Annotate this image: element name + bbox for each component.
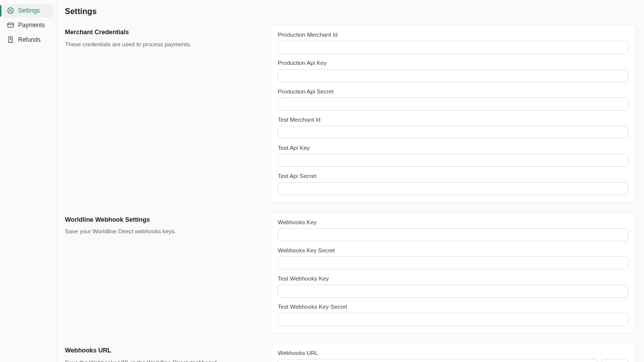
section-merchant-credentials: Merchant Credentials These credentials a… [65,25,636,203]
page-title: Settings [65,6,636,17]
production-api-key-input[interactable] [278,69,628,82]
section-desc: These credentials are used to process pa… [65,40,262,48]
section-webhooks-url: Webhooks URL Save the Webhooks URL in th… [65,343,636,362]
webhooks-key-secret-input[interactable] [278,256,628,269]
sidebar-item-payments[interactable]: Payments [3,19,53,32]
test-webhooks-key-secret-input[interactable] [278,313,628,326]
sidebar-item-label: Refunds [18,36,41,44]
sidebar-item-label: Payments [18,21,45,30]
gear-icon [7,7,14,14]
section-title: Webhooks URL [65,346,262,355]
svg-rect-1 [8,23,14,27]
section-webhook-settings: Worldline Webhook Settings Save your Wor… [65,213,636,333]
field-label: Test Merchant Id [278,116,628,124]
field-label: Webhooks Key [278,218,628,226]
sidebar: Settings Payments Refunds [0,0,57,362]
main-content: Settings Merchant Credentials These cred… [57,0,644,362]
sidebar-item-refunds[interactable]: Refunds [3,33,53,47]
field-label: Test Webhooks Key [278,275,628,283]
field-label: Production Api Key [278,59,628,67]
svg-point-0 [10,10,12,12]
test-api-key-input[interactable] [278,154,628,167]
field-label: Test Api Key [278,144,628,152]
section-desc: Save the Webhooks URL in the Worldline D… [65,358,262,362]
field-label: Test Webhooks Key Secret [278,303,628,311]
sidebar-item-settings[interactable]: Settings [3,4,53,18]
card-webhook-settings: Webhooks Key Webhooks Key Secret Test We… [270,213,636,333]
production-merchant-id-input[interactable] [278,41,628,54]
test-merchant-id-input[interactable] [278,126,628,139]
section-desc: Save your Worldline Direct webhooks keys… [65,227,262,235]
field-label: Test Api Secret [278,172,628,180]
field-label: Production Api Secret [278,87,628,96]
field-label: Webhooks URL [278,349,628,357]
field-label: Production Merchant Id [278,31,628,39]
webhooks-url-input[interactable] [278,359,597,362]
card-merchant-credentials: Production Merchant Id Production Api Ke… [270,25,636,203]
card-webhooks-url: Webhooks URL Copy [270,343,636,362]
sidebar-item-label: Settings [18,7,40,15]
card-icon [7,22,14,29]
copy-button[interactable]: Copy [601,359,628,362]
webhooks-key-input[interactable] [278,228,628,241]
section-title: Merchant Credentials [65,28,262,37]
production-api-secret-input[interactable] [278,98,628,111]
section-title: Worldline Webhook Settings [65,216,262,225]
test-api-secret-input[interactable] [278,182,628,195]
receipt-icon [7,36,14,43]
test-webhooks-key-input[interactable] [278,285,628,298]
field-label: Webhooks Key Secret [278,246,628,254]
